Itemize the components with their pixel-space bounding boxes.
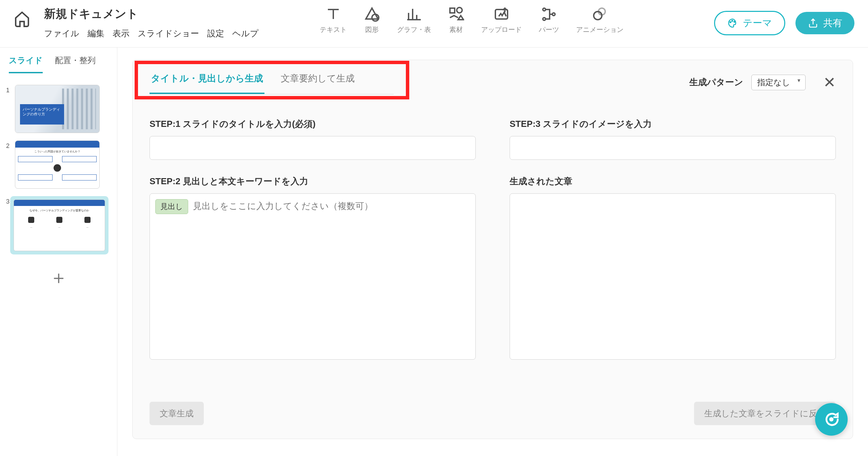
tool-shape-label: 図形 <box>365 25 379 34</box>
menu-view[interactable]: 表示 <box>113 28 130 39</box>
panel-tabs: タイトル・見出しから生成 文章要約して生成 <box>150 72 394 94</box>
step2-input[interactable]: 見出し見出しをここに入力してください（複数可） <box>150 193 476 360</box>
shape-icon <box>364 6 380 22</box>
home-icon[interactable] <box>14 10 31 27</box>
svg-point-7 <box>594 12 602 20</box>
theme-button-label: テーマ <box>743 17 772 30</box>
tool-text-label: テキスト <box>320 25 347 34</box>
svg-point-6 <box>552 13 555 16</box>
panel-bottom-buttons: 文章生成 生成した文章をスライドに反映 <box>150 402 836 425</box>
step2-label: STEP:2 見出しと本文キーワードを入力 <box>150 175 476 187</box>
chart-icon <box>406 6 422 22</box>
tool-upload[interactable]: アップロード <box>481 6 522 34</box>
tool-assets-label: 素材 <box>449 25 463 34</box>
step3-label: STEP:3 スライドのイメージを入力 <box>510 118 836 130</box>
share-icon <box>808 18 818 28</box>
step1-input[interactable] <box>150 136 476 160</box>
panel-right-controls: 生成パターン 指定なし ✕ <box>689 74 836 91</box>
animation-icon <box>592 6 608 22</box>
upload-icon <box>493 6 510 22</box>
sidebar-tab-slides[interactable]: スライド <box>9 55 43 73</box>
menu-help[interactable]: ヘルプ <box>232 28 259 39</box>
tab-generate-from-summary[interactable]: 文章要約して生成 <box>279 72 356 94</box>
chat-icon <box>823 411 840 428</box>
step3-input[interactable] <box>510 136 836 160</box>
add-slide-button[interactable]: ＋ <box>50 268 68 286</box>
slide-number: 1 <box>6 85 11 94</box>
generate-button[interactable]: 文章生成 <box>150 402 204 425</box>
text-icon <box>325 6 341 22</box>
tool-text[interactable]: テキスト <box>320 6 347 34</box>
menu-edit[interactable]: 編集 <box>87 28 104 39</box>
chat-fab[interactable] <box>815 403 848 436</box>
sidebar-tab-arrange[interactable]: 配置・整列 <box>55 55 96 73</box>
svg-rect-1 <box>450 8 455 13</box>
tool-animation-label: アニメーション <box>576 25 624 34</box>
slide-number: 2 <box>6 140 11 150</box>
svg-point-10 <box>732 20 733 21</box>
tool-shape[interactable]: 図形 <box>364 6 380 34</box>
document-title[interactable]: 新規ドキュメント <box>44 6 259 22</box>
step1-label: STEP:1 スライドのタイトルを入力(必須) <box>150 118 476 130</box>
title-block: 新規ドキュメント ファイル 編集 表示 スライドショー 設定 ヘルプ <box>44 6 259 39</box>
topbar: 新規ドキュメント ファイル 編集 表示 スライドショー 設定 ヘルプ テキスト … <box>0 0 868 48</box>
heading-tag: 見出し <box>155 199 188 214</box>
svg-point-9 <box>730 22 731 23</box>
svg-point-2 <box>457 7 462 13</box>
toolbar: テキスト 図形 グラフ・表 素材 アップロード パーツ アニメーション <box>320 6 624 34</box>
assets-icon <box>448 6 464 22</box>
workspace: スライド 配置・整列 1 パーソナルブランディングの作り方 2 こういった問題が… <box>0 48 868 456</box>
tool-chart-label: グラフ・表 <box>397 25 431 34</box>
svg-point-11 <box>734 21 735 22</box>
tool-assets[interactable]: 素材 <box>448 6 464 34</box>
tool-parts[interactable]: パーツ <box>539 6 559 34</box>
slide-thumb-row: 1 パーソナルブランディングの作り方 <box>6 85 111 133</box>
main-area: タイトル・見出しから生成 文章要約して生成 生成パターン 指定なし ✕ STEP… <box>117 48 868 456</box>
slide-thumbnail-2[interactable]: こういった問題が起きていませんか？ <box>15 140 100 189</box>
svg-point-12 <box>829 417 834 422</box>
form-grid: STEP:1 スライドのタイトルを入力(必須) STEP:2 見出しと本文キーワ… <box>150 118 836 360</box>
generated-output[interactable] <box>510 193 836 360</box>
apply-button[interactable]: 生成した文章をスライドに反映 <box>694 402 836 425</box>
slide-thumbnail-3[interactable]: なぜ今、パーソナルブランディングが重要なのか ——— <box>10 196 108 254</box>
sidebar: スライド 配置・整列 1 パーソナルブランディングの作り方 2 こういった問題が… <box>0 48 117 456</box>
form-col-right: STEP:3 スライドのイメージを入力 生成された文章 <box>510 118 836 360</box>
tool-upload-label: アップロード <box>481 25 522 34</box>
share-button-label: 共有 <box>823 17 842 30</box>
palette-icon <box>727 18 738 28</box>
menu-slideshow[interactable]: スライドショー <box>138 28 199 39</box>
slide-thumb-row: 2 こういった問題が起きていませんか？ <box>6 140 111 189</box>
menu-settings[interactable]: 設定 <box>207 28 224 39</box>
svg-point-4 <box>543 8 546 11</box>
slide-thumb-row: 3 なぜ今、パーソナルブランディングが重要なのか ——— <box>6 196 111 254</box>
menu-bar: ファイル 編集 表示 スライドショー 設定 ヘルプ <box>44 28 259 39</box>
theme-button[interactable]: テーマ <box>714 11 785 35</box>
sidebar-tabs: スライド 配置・整列 <box>6 55 111 73</box>
pattern-label: 生成パターン <box>689 76 743 88</box>
menu-file[interactable]: ファイル <box>44 28 79 39</box>
tab-generate-from-title[interactable]: タイトル・見出しから生成 <box>150 72 264 94</box>
slide-thumbnail-1[interactable]: パーソナルブランディングの作り方 <box>15 85 100 133</box>
tool-parts-label: パーツ <box>539 25 559 34</box>
close-icon[interactable]: ✕ <box>823 74 836 91</box>
form-col-left: STEP:1 スライドのタイトルを入力(必須) STEP:2 見出しと本文キーワ… <box>150 118 476 360</box>
step2-placeholder: 見出しをここに入力してください（複数可） <box>193 201 373 211</box>
pattern-select[interactable]: 指定なし <box>751 75 806 90</box>
tool-chart[interactable]: グラフ・表 <box>397 6 431 34</box>
parts-icon <box>541 6 557 22</box>
header-right-buttons: テーマ 共有 <box>714 11 854 35</box>
tool-animation[interactable]: アニメーション <box>576 6 624 34</box>
svg-point-5 <box>543 18 546 20</box>
share-button[interactable]: 共有 <box>795 12 854 34</box>
generated-label: 生成された文章 <box>510 175 836 187</box>
slide-thumbnails: 1 パーソナルブランディングの作り方 2 こういった問題が起きていませんか？ <box>6 85 111 254</box>
generation-panel: タイトル・見出しから生成 文章要約して生成 生成パターン 指定なし ✕ STEP… <box>132 60 853 439</box>
